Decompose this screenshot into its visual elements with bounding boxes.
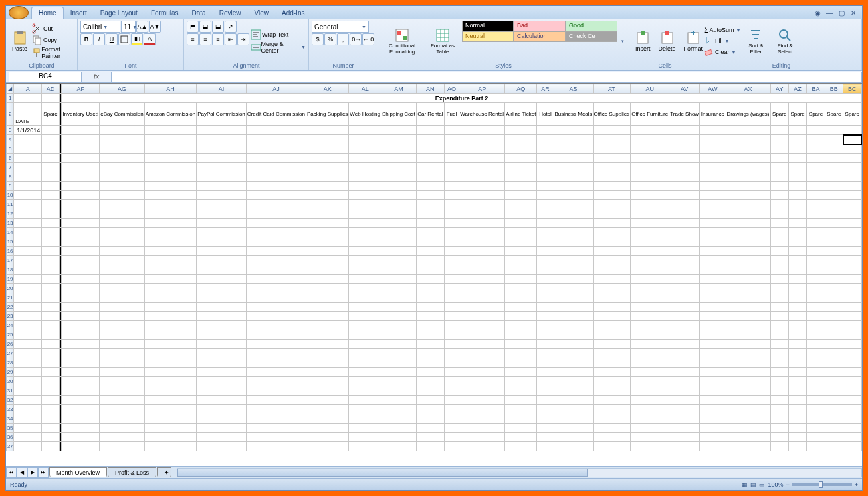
- cell[interactable]: [42, 284, 59, 293]
- cell[interactable]: [788, 256, 806, 265]
- cell[interactable]: [197, 284, 247, 293]
- cell[interactable]: [42, 340, 59, 349]
- cell[interactable]: [246, 424, 306, 433]
- cell[interactable]: [669, 349, 700, 358]
- col-header-AZ[interactable]: AZ: [788, 84, 806, 94]
- cell[interactable]: [349, 330, 381, 340]
- cell[interactable]: [144, 396, 197, 405]
- cell[interactable]: [825, 228, 843, 237]
- cell[interactable]: [700, 247, 726, 256]
- header-cell[interactable]: Spare: [788, 103, 806, 126]
- cell[interactable]: [100, 172, 144, 182]
- header-cell[interactable]: Web Hosting: [349, 103, 381, 126]
- cell[interactable]: [100, 163, 144, 172]
- row-header-17[interactable]: 17: [7, 256, 14, 265]
- cell[interactable]: [144, 237, 197, 247]
- cell[interactable]: [788, 191, 806, 200]
- font-color-button[interactable]: A: [144, 33, 156, 45]
- cell[interactable]: [505, 358, 537, 368]
- cell[interactable]: [537, 209, 554, 219]
- cell[interactable]: [62, 358, 100, 368]
- cell[interactable]: [144, 433, 197, 442]
- cell[interactable]: [42, 349, 59, 358]
- cell[interactable]: [144, 163, 197, 172]
- header-cell[interactable]: Spare: [843, 103, 861, 126]
- cell[interactable]: [843, 172, 861, 182]
- cell[interactable]: [144, 191, 197, 200]
- cell[interactable]: [42, 358, 59, 368]
- cell[interactable]: [459, 312, 505, 321]
- cell[interactable]: [505, 386, 537, 396]
- cell[interactable]: [416, 293, 444, 303]
- cell[interactable]: [306, 424, 348, 433]
- header-cell[interactable]: Trade Show: [669, 103, 700, 126]
- cell[interactable]: [537, 182, 554, 191]
- cell[interactable]: [537, 275, 554, 284]
- cell[interactable]: [459, 442, 505, 451]
- cell[interactable]: [349, 256, 381, 265]
- cell[interactable]: [537, 144, 554, 154]
- cell[interactable]: [807, 265, 825, 275]
- header-cell[interactable]: Spare: [770, 103, 788, 126]
- cell-AD3[interactable]: [42, 126, 59, 135]
- cell[interactable]: [416, 265, 444, 275]
- cell[interactable]: [669, 293, 700, 303]
- cell[interactable]: [306, 256, 348, 265]
- cell[interactable]: [554, 200, 593, 209]
- col-header-A[interactable]: A: [14, 84, 42, 94]
- cell[interactable]: [349, 358, 381, 368]
- cell[interactable]: [669, 219, 700, 228]
- cell[interactable]: [100, 349, 144, 358]
- cell[interactable]: [444, 321, 459, 330]
- cell[interactable]: [770, 414, 788, 424]
- close-icon[interactable]: ✕: [849, 9, 858, 17]
- cell[interactable]: [631, 135, 669, 144]
- cell[interactable]: [197, 386, 247, 396]
- cell[interactable]: [726, 442, 770, 451]
- cell[interactable]: [62, 340, 100, 349]
- header-cell[interactable]: Drawings (wages): [726, 103, 770, 126]
- cell[interactable]: [505, 126, 537, 135]
- cell[interactable]: [788, 163, 806, 172]
- cell[interactable]: [14, 228, 42, 237]
- cell[interactable]: [349, 182, 381, 191]
- cell[interactable]: [197, 265, 247, 275]
- cell[interactable]: [726, 209, 770, 219]
- row-header-23[interactable]: 23: [7, 312, 14, 321]
- header-cell[interactable]: Warehouse Rental: [459, 103, 505, 126]
- col-header-AV[interactable]: AV: [669, 84, 700, 94]
- cell[interactable]: [100, 256, 144, 265]
- cell[interactable]: [554, 414, 593, 424]
- cell[interactable]: [537, 396, 554, 405]
- cell[interactable]: [306, 209, 348, 219]
- cell[interactable]: [349, 433, 381, 442]
- col-header-AF[interactable]: AF: [62, 84, 100, 94]
- align-left-button[interactable]: ≡: [187, 33, 199, 45]
- cell[interactable]: [700, 358, 726, 368]
- cell[interactable]: [770, 256, 788, 265]
- cell[interactable]: [770, 191, 788, 200]
- cell[interactable]: [631, 414, 669, 424]
- cell[interactable]: [197, 275, 247, 284]
- cell[interactable]: [62, 284, 100, 293]
- cell[interactable]: [246, 442, 306, 451]
- cell[interactable]: [62, 293, 100, 303]
- row-header-31[interactable]: 31: [7, 386, 14, 396]
- cell[interactable]: [306, 368, 348, 377]
- cell[interactable]: [144, 284, 197, 293]
- cell[interactable]: [42, 386, 59, 396]
- cell[interactable]: [246, 312, 306, 321]
- cell[interactable]: [306, 442, 348, 451]
- cell[interactable]: [700, 144, 726, 154]
- cell[interactable]: [537, 191, 554, 200]
- cell[interactable]: [14, 321, 42, 330]
- cell[interactable]: [349, 209, 381, 219]
- tab-review[interactable]: Review: [213, 7, 248, 19]
- cell[interactable]: [537, 228, 554, 237]
- cell[interactable]: [537, 200, 554, 209]
- cell[interactable]: [537, 293, 554, 303]
- cell[interactable]: [807, 219, 825, 228]
- cell[interactable]: [144, 349, 197, 358]
- cell[interactable]: [42, 368, 59, 377]
- cell[interactable]: [825, 442, 843, 451]
